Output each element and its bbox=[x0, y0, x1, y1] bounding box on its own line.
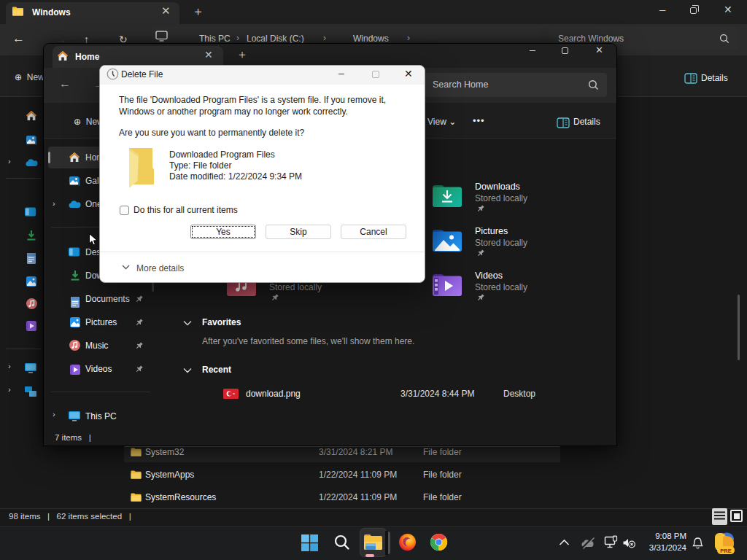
svg-text:PRE: PRE bbox=[720, 548, 731, 554]
